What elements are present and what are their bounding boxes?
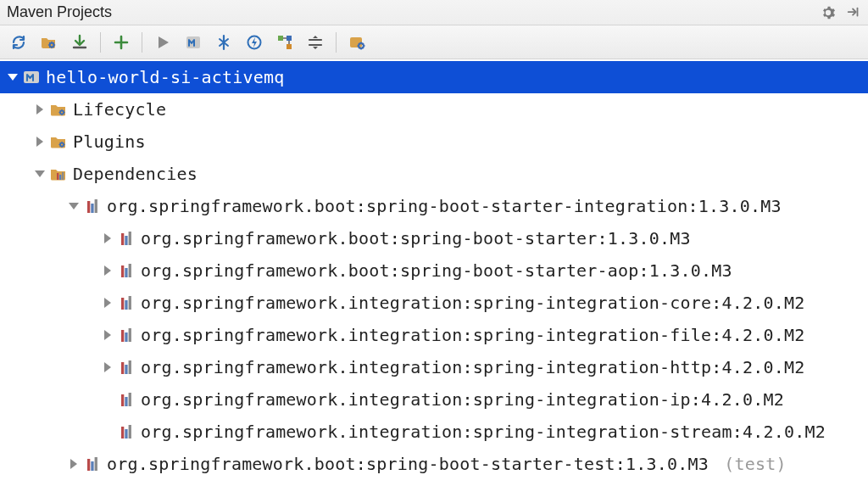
panel-title: Maven Projects <box>7 3 812 21</box>
maven-m-icon <box>184 33 203 52</box>
hide-icon <box>846 5 861 20</box>
dependency-coords: org.springframework.boot:spring-boot-sta… <box>107 455 787 472</box>
expand-toggle[interactable] <box>66 198 81 214</box>
maven-projects-tree[interactable]: hello-world-si-activemq Lifecycle Plugin… <box>0 59 868 485</box>
toggle-offline-mode-button[interactable] <box>241 29 268 56</box>
add-maven-project-button[interactable] <box>108 29 135 56</box>
dependency-node[interactable]: org.springframework.boot:spring-boot-sta… <box>0 190 868 222</box>
dependency-node[interactable]: org.springframework.integration:spring-i… <box>0 319 868 351</box>
maven-settings-button[interactable] <box>343 29 370 56</box>
dependency-coords: org.springframework.integration:spring-i… <box>141 294 804 311</box>
maven-project-icon <box>22 69 41 86</box>
dependency-node[interactable]: org.springframework.integration:spring-i… <box>0 287 868 319</box>
dependency-node[interactable]: org.springframework.integration:spring-i… <box>0 351 868 383</box>
expand-toggle[interactable] <box>32 102 47 117</box>
chevron-right-icon <box>101 360 114 374</box>
dependency-coords: org.springframework.integration:spring-i… <box>141 423 826 440</box>
chevron-right-icon <box>101 296 114 310</box>
node-label: Plugins <box>73 133 146 150</box>
node-label: Dependencies <box>73 165 198 182</box>
diagram-icon <box>275 33 294 52</box>
chevron-right-icon <box>101 264 114 277</box>
settings-icon <box>348 33 366 52</box>
expand-toggle[interactable] <box>100 360 115 375</box>
expand-toggle[interactable] <box>66 456 81 472</box>
reimport-button[interactable] <box>5 29 32 56</box>
maven-toolbar <box>0 25 868 59</box>
chevron-down-icon <box>67 199 81 213</box>
library-icon <box>117 230 136 247</box>
library-icon <box>117 294 136 311</box>
library-icon <box>83 455 102 472</box>
library-icon <box>117 423 136 440</box>
library-icon <box>117 391 136 408</box>
project-root-node[interactable]: hello-world-si-activemq <box>0 61 868 93</box>
expand-toggle[interactable] <box>32 166 47 182</box>
dependency-node[interactable]: org.springframework.boot:spring-boot-sta… <box>0 448 868 480</box>
project-name-label: hello-world-si-activemq <box>46 69 285 86</box>
dependency-coords-text: org.springframework.boot:spring-boot-sta… <box>107 454 709 474</box>
library-icon <box>117 359 136 376</box>
dependency-coords: org.springframework.integration:spring-i… <box>141 359 804 376</box>
dependency-node[interactable]: org.springframework.integration:spring-i… <box>0 383 868 416</box>
download-icon <box>70 33 89 52</box>
expand-toggle[interactable] <box>32 134 47 149</box>
library-icon <box>117 327 136 344</box>
expand-toggle[interactable] <box>100 231 115 246</box>
dependencies-folder-icon <box>49 165 68 182</box>
panel-titlebar: Maven Projects <box>0 0 868 25</box>
dependency-coords: org.springframework.boot:spring-boot-sta… <box>107 198 782 215</box>
folder-gear-icon <box>40 33 58 52</box>
lifecycle-node[interactable]: Lifecycle <box>0 93 868 126</box>
expand-toggle[interactable] <box>100 263 115 278</box>
show-dependencies-diagram-button[interactable] <box>271 29 298 56</box>
chevron-down-icon <box>33 167 47 181</box>
dependency-scope: (test) <box>724 454 786 474</box>
panel-hide-button[interactable] <box>844 3 863 22</box>
plus-icon <box>112 33 131 52</box>
chevron-down-icon <box>6 70 19 84</box>
node-label: Lifecycle <box>73 101 166 118</box>
expand-toggle[interactable] <box>5 70 20 85</box>
dependency-coords: org.springframework.integration:spring-i… <box>141 391 784 408</box>
toolbar-separator <box>100 32 101 53</box>
expand-toggle[interactable] <box>100 327 115 343</box>
library-icon <box>117 262 136 279</box>
dependency-node[interactable]: org.springframework.boot:spring-boot-sta… <box>0 222 868 254</box>
offline-icon <box>245 33 264 52</box>
skip-tests-icon <box>214 33 233 52</box>
run-maven-build-button[interactable] <box>149 29 176 56</box>
dependencies-node[interactable]: Dependencies <box>0 158 868 190</box>
execute-maven-goal-button[interactable] <box>180 29 207 56</box>
toolbar-separator <box>142 32 142 53</box>
folder-gear-icon <box>49 101 68 118</box>
collapse-all-button[interactable] <box>302 29 329 56</box>
run-icon <box>153 33 172 52</box>
refresh-icon <box>9 33 28 52</box>
toolbar-separator <box>336 32 337 53</box>
chevron-right-icon <box>33 103 47 116</box>
plugins-node[interactable]: Plugins <box>0 126 868 158</box>
chevron-right-icon <box>101 232 114 245</box>
library-icon <box>83 198 102 215</box>
dependency-coords: org.springframework.integration:spring-i… <box>141 327 804 344</box>
gear-icon <box>821 5 836 20</box>
generate-sources-button[interactable] <box>36 29 63 56</box>
folder-gear-icon <box>49 133 68 150</box>
dependency-coords: org.springframework.boot:spring-boot-sta… <box>141 230 691 247</box>
dependency-node[interactable]: org.springframework.integration:spring-i… <box>0 416 868 448</box>
dependency-node[interactable]: org.springframework.boot:spring-boot-sta… <box>0 254 868 287</box>
chevron-right-icon <box>101 328 114 342</box>
expand-toggle[interactable] <box>100 295 115 310</box>
chevron-right-icon <box>33 135 47 148</box>
chevron-right-icon <box>67 457 81 471</box>
download-sources-button[interactable] <box>66 29 93 56</box>
dependency-coords: org.springframework.boot:spring-boot-sta… <box>141 262 732 279</box>
toggle-skip-tests-button[interactable] <box>210 29 237 56</box>
collapse-icon <box>306 33 325 52</box>
panel-settings-button[interactable] <box>819 3 837 22</box>
